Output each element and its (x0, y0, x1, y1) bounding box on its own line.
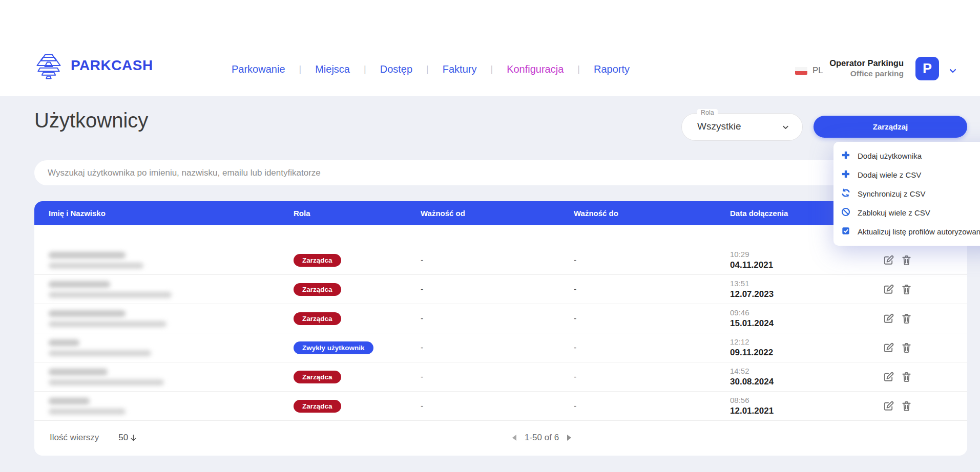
valid-from-cell: - (421, 343, 574, 352)
join-date: 30.08.2024 (730, 377, 867, 387)
role-cell: Zwykły użytkownik (294, 341, 421, 354)
role-badge: Zarządca (294, 254, 341, 267)
menu-item-label: Synchronizuj z CSV (858, 189, 926, 198)
poland-flag-icon (795, 67, 807, 75)
menu-item[interactable]: Zablokuj wiele z CSV (833, 203, 980, 222)
join-date-cell: 10:2904.11.2021 (730, 250, 867, 270)
rows-per-page-selector[interactable]: 50 (118, 433, 138, 443)
menu-item[interactable]: Aktualizuj listę profilów autoryzowanych (833, 222, 980, 241)
trash-icon[interactable] (901, 254, 912, 266)
join-date: 12.01.2021 (730, 406, 867, 416)
edit-icon[interactable] (883, 284, 894, 295)
menu-item-label: Dodaj użytkownika (858, 152, 922, 160)
redacted-name-bar (49, 398, 90, 404)
nav-item-parkowanie[interactable]: Parkowanie (232, 63, 299, 75)
trash-icon[interactable] (901, 313, 912, 325)
join-date-cell: 13:5112.07.2023 (730, 279, 867, 299)
row-actions (867, 313, 967, 325)
role-cell: Zarządca (294, 371, 421, 383)
nav-item-raporty[interactable]: Raporty (580, 63, 643, 75)
role-filter-value: Wszystkie (697, 121, 741, 132)
valid-from-cell: - (421, 314, 574, 323)
trash-icon[interactable] (901, 400, 912, 412)
table-row: Zarządca--14:5230.08.2024 (34, 362, 967, 392)
valid-to-cell: - (574, 343, 730, 352)
edit-icon[interactable] (883, 342, 894, 354)
user-name-redacted (34, 369, 294, 385)
valid-from-cell: - (421, 255, 574, 265)
nav-item-miejsca[interactable]: Miejsca (301, 63, 364, 75)
valid-from-cell: - (421, 401, 574, 411)
block-icon (841, 207, 851, 219)
role-filter-select[interactable]: Rola Wszystkie (681, 113, 803, 141)
redacted-name-bar (49, 369, 108, 375)
row-actions (867, 342, 967, 354)
column-header: Ważność do (574, 209, 730, 218)
user-name-redacted (34, 339, 294, 356)
org-avatar[interactable]: P (915, 57, 939, 80)
menu-item[interactable]: Dodaj wiele z CSV (833, 165, 980, 184)
app-header: PARKCASH Parkowanie|Miejsca|Dostęp|Faktu… (0, 0, 980, 96)
role-cell: Zarządca (294, 254, 421, 267)
user-name-redacted (34, 398, 294, 415)
valid-to-cell: - (574, 401, 730, 411)
trash-icon[interactable] (901, 284, 912, 295)
column-header: Ważność od (421, 209, 574, 218)
join-time: 13:51 (730, 279, 867, 288)
table-row: Zarządca--13:5112.07.2023 (34, 275, 967, 304)
join-date: 09.11.2022 (730, 348, 867, 358)
plus-icon (841, 150, 851, 162)
table-row: Zarządca--10:2904.11.2021 (34, 246, 967, 275)
org-name: Operator Parkingu (822, 58, 904, 69)
nav-item-faktury[interactable]: Faktury (429, 63, 491, 75)
join-date: 12.07.2023 (730, 289, 867, 299)
row-actions (867, 400, 967, 412)
valid-from-cell: - (421, 285, 574, 294)
edit-icon[interactable] (883, 254, 894, 266)
role-cell: Zarządca (294, 283, 421, 296)
join-time: 10:29 (730, 250, 867, 259)
pagination-next-icon[interactable] (566, 434, 572, 441)
pagination: 1-50 of 6 (512, 420, 572, 456)
brand-name: PARKCASH (71, 57, 153, 74)
join-date-cell: 08:5612.01.2021 (730, 396, 867, 416)
menu-item[interactable]: Synchronizuj z CSV (833, 184, 980, 203)
valid-to-cell: - (574, 372, 730, 381)
menu-item[interactable]: Dodaj użytkownika (833, 146, 980, 165)
valid-to-cell: - (574, 314, 730, 323)
redacted-email-bar (49, 379, 164, 385)
brand-logo[interactable]: PARKCASH (33, 51, 153, 80)
edit-icon[interactable] (883, 313, 894, 325)
edit-icon[interactable] (883, 400, 894, 412)
table-row: Zarządca--08:5612.01.2021 (34, 392, 967, 421)
org-info: Operator Parkingu Office parking (822, 58, 904, 78)
plus-icon (841, 169, 851, 181)
search-input[interactable] (34, 160, 967, 185)
pagination-range-label: 1-50 of 6 (525, 433, 559, 443)
valid-to-cell: - (574, 255, 730, 265)
redacted-email-bar (49, 263, 143, 269)
org-subtitle: Office parking (822, 69, 904, 78)
search-bar (34, 160, 967, 185)
edit-icon[interactable] (883, 371, 894, 383)
role-badge: Zarządca (294, 312, 341, 325)
valid-from-cell: - (421, 372, 574, 381)
menu-item-label: Aktualizuj listę profilów autoryzowanych (858, 227, 980, 236)
trash-icon[interactable] (901, 342, 912, 354)
menu-item-label: Dodaj wiele z CSV (858, 170, 921, 179)
user-menu-chevron-icon[interactable] (948, 66, 958, 76)
rows-per-page-value: 50 (118, 433, 128, 443)
role-badge: Zarządca (294, 400, 341, 413)
column-header: Imię i Nazwisko (34, 209, 294, 218)
manage-button[interactable]: Zarządzaj (814, 116, 967, 138)
redacted-name-bar (49, 310, 126, 317)
arrow-down-icon (129, 434, 138, 442)
nav-item-konfiguracja[interactable]: Konfiguracja (493, 63, 577, 75)
row-actions (867, 371, 967, 383)
join-date-cell: 12:1209.11.2022 (730, 337, 867, 358)
trash-icon[interactable] (901, 371, 912, 383)
nav-item-dostp[interactable]: Dostęp (366, 63, 426, 75)
role-badge: Zarządca (294, 283, 341, 296)
join-date-cell: 09:4615.01.2024 (730, 308, 867, 329)
pagination-prev-icon[interactable] (512, 434, 517, 441)
